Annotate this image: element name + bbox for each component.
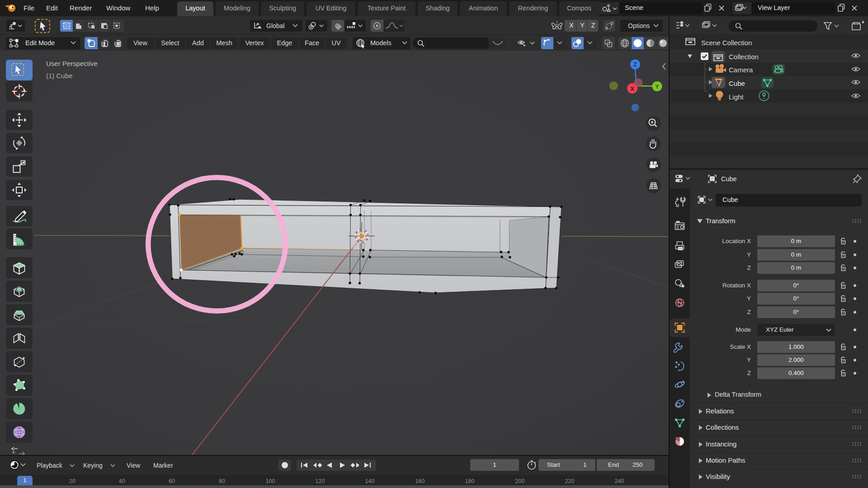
svg-text:(1) Cube: (1) Cube — [46, 72, 72, 80]
svg-text:User Perspective: User Perspective — [46, 60, 98, 67]
svg-text:Camera: Camera — [729, 66, 753, 74]
svg-text:Cube: Cube — [729, 80, 745, 87]
svg-text:Scene Collection: Scene Collection — [701, 39, 752, 47]
svg-text:Y: Y — [655, 83, 659, 90]
svg-text:Light: Light — [729, 93, 744, 101]
svg-text:X: X — [630, 85, 634, 92]
svg-text:Collection: Collection — [729, 53, 759, 61]
svg-text:Z: Z — [633, 61, 637, 68]
